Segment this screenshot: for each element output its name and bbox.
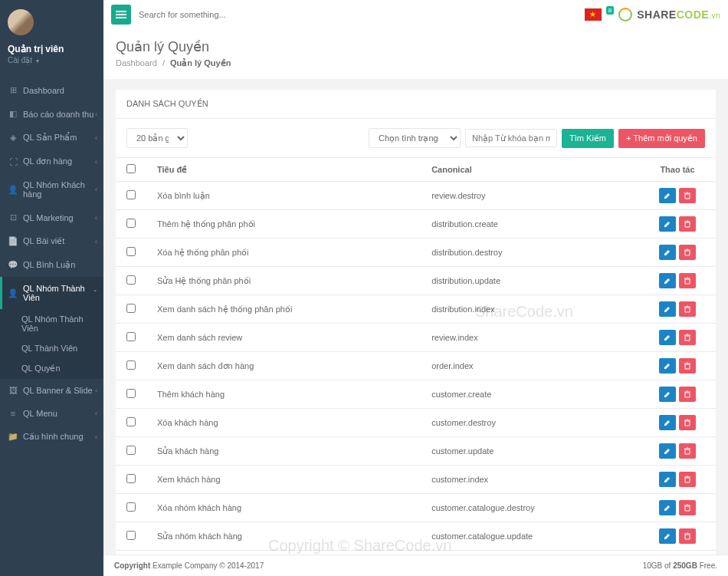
- row-canonical: distribution.index: [421, 295, 639, 324]
- sidebar-item-icon: ◧: [8, 109, 18, 119]
- delete-button[interactable]: [679, 273, 696, 288]
- row-checkbox[interactable]: [126, 275, 136, 285]
- row-checkbox[interactable]: [126, 247, 136, 256]
- sidebar-item[interactable]: 📄QL Bài viết‹: [0, 229, 103, 253]
- sidebar-item[interactable]: ◈QL Sản Phẩm‹: [0, 126, 103, 150]
- global-search-input[interactable]: [139, 10, 292, 19]
- sidebar-item-label: QL Banner & Slide: [23, 386, 93, 395]
- edit-icon: [664, 220, 671, 228]
- add-permission-button[interactable]: Thêm mới quyền: [618, 129, 705, 148]
- row-checkbox[interactable]: [126, 389, 136, 398]
- sidebar-subitem[interactable]: QL Quyền: [0, 358, 103, 379]
- row-checkbox[interactable]: [126, 531, 136, 540]
- table-row: Thêm hệ thống phân phốidistribution.crea…: [116, 210, 716, 239]
- delete-button[interactable]: [679, 330, 696, 345]
- toolbar: 20 bản ghi Chọn tình trạng Tìm Kiếm Thêm…: [116, 119, 716, 157]
- edit-button[interactable]: [659, 358, 676, 374]
- logo-share: SHARE: [637, 8, 677, 21]
- flag-vietnam-icon[interactable]: [585, 8, 602, 21]
- sidebar-item-icon: 📄: [8, 236, 18, 246]
- delete-button[interactable]: [679, 358, 696, 374]
- breadcrumb-home[interactable]: Dashboard: [116, 58, 157, 67]
- row-checkbox[interactable]: [126, 417, 136, 426]
- edit-button[interactable]: [659, 188, 676, 203]
- sidebar-item[interactable]: 💬QL Bình Luận: [0, 253, 103, 277]
- table-row: Sửa nhóm khách hàngcustomer.catalogue.up…: [116, 522, 716, 551]
- row-canonical: customer.catalogue.destroy: [421, 494, 639, 522]
- sidebar-item[interactable]: ◧Báo cáo doanh thu‹: [0, 102, 103, 126]
- sidebar-item[interactable]: ≡QL Menu‹: [0, 402, 103, 425]
- sidebar-subitem[interactable]: QL Thành Viên: [0, 338, 103, 358]
- row-checkbox[interactable]: [126, 474, 136, 483]
- edit-button[interactable]: [659, 528, 676, 544]
- footer-company: Example Company © 2014-2017: [150, 561, 264, 570]
- edit-icon: [664, 305, 671, 313]
- edit-button[interactable]: [659, 216, 676, 232]
- edit-button[interactable]: [659, 387, 676, 402]
- hamburger-button[interactable]: [111, 5, 131, 25]
- trash-icon: [684, 476, 691, 483]
- edit-icon: [664, 419, 671, 426]
- select-all-checkbox[interactable]: [126, 164, 136, 173]
- notification-badge[interactable]: 8: [606, 6, 614, 15]
- trash-icon: [684, 419, 691, 426]
- footer-disk-used: 10GB: [643, 561, 663, 570]
- profile-settings-toggle[interactable]: Cài đặt ▾: [8, 56, 96, 64]
- sidebar-item[interactable]: 🖼QL Banner & Slide‹: [0, 379, 103, 402]
- records-per-page-select[interactable]: 20 bản ghi: [126, 128, 188, 148]
- delete-button[interactable]: [679, 443, 696, 459]
- edit-icon: [664, 390, 671, 398]
- chevron-icon: ‹: [95, 214, 97, 222]
- th-canonical: Canonical: [421, 158, 639, 182]
- edit-button[interactable]: [659, 443, 676, 459]
- trash-icon: [684, 362, 691, 370]
- row-canonical: distribution.create: [421, 210, 639, 239]
- row-checkbox[interactable]: [126, 446, 136, 455]
- delete-button[interactable]: [679, 472, 696, 487]
- edit-button[interactable]: [659, 500, 676, 515]
- delete-button[interactable]: [679, 387, 696, 402]
- delete-button[interactable]: [679, 528, 696, 544]
- table-row: Thêm khách hàngcustomer.create: [116, 380, 716, 409]
- edit-button[interactable]: [659, 245, 676, 260]
- sidebar-item-label: QL Bài viết: [23, 236, 64, 246]
- search-button[interactable]: Tìm Kiếm: [562, 129, 614, 148]
- delete-button[interactable]: [679, 188, 696, 203]
- table-row: Xem danh sách đơn hàngorder.index: [116, 352, 716, 380]
- edit-button[interactable]: [659, 472, 676, 487]
- avatar[interactable]: [8, 9, 34, 35]
- row-canonical: order.index: [421, 352, 639, 380]
- row-checkbox[interactable]: [126, 304, 136, 313]
- chevron-icon: ‹: [95, 134, 97, 142]
- edit-button[interactable]: [659, 415, 676, 430]
- row-checkbox[interactable]: [126, 502, 136, 512]
- row-checkbox[interactable]: [126, 190, 136, 199]
- row-checkbox[interactable]: [126, 332, 136, 341]
- keyword-input[interactable]: [465, 129, 557, 147]
- trash-icon: [684, 447, 691, 455]
- delete-button[interactable]: [679, 245, 696, 260]
- delete-button[interactable]: [679, 415, 696, 430]
- delete-button[interactable]: [679, 216, 696, 232]
- sidebar-item[interactable]: 👤QL Nhóm Khách hàng‹: [0, 173, 103, 206]
- sidebar-subitem[interactable]: QL Nhóm Thành Viên: [0, 309, 103, 338]
- profile-name: Quản trị viên: [8, 44, 96, 54]
- trash-icon: [684, 305, 691, 313]
- sidebar-item[interactable]: ⊞Dashboard: [0, 78, 103, 102]
- sidebar-item[interactable]: ⊡QL Marketing‹: [0, 206, 103, 229]
- delete-button[interactable]: [679, 301, 696, 317]
- sidebar-item[interactable]: 👤QL Nhóm Thành Viên˅: [0, 277, 103, 309]
- sidebar-item[interactable]: 📁Cấu hình chung‹: [0, 425, 103, 449]
- brand-logo: SHARECODE.vn: [637, 8, 720, 21]
- edit-icon: [664, 277, 671, 285]
- edit-button[interactable]: [659, 330, 676, 345]
- row-checkbox[interactable]: [126, 360, 136, 370]
- edit-icon: [664, 192, 671, 199]
- delete-button[interactable]: [679, 500, 696, 515]
- edit-button[interactable]: [659, 301, 676, 317]
- sidebar-item[interactable]: ⛶QL đơn hàng‹: [0, 150, 103, 173]
- chevron-icon: ˅: [93, 289, 97, 297]
- status-filter-select[interactable]: Chọn tình trạng: [369, 128, 461, 148]
- edit-button[interactable]: [659, 273, 676, 288]
- row-checkbox[interactable]: [126, 219, 136, 228]
